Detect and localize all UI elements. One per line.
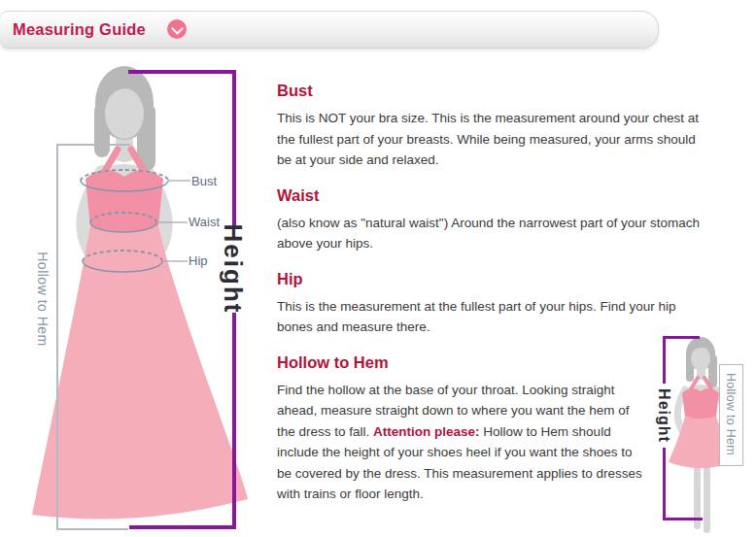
- hollow-to-hem-label: Hollow to Hem: [34, 243, 52, 355]
- section-body-waist: (also know as "natural waist") Around th…: [277, 213, 706, 254]
- height-line-vertical-upper: [232, 70, 236, 226]
- height-label: Height: [219, 222, 248, 316]
- hip-label: Hip: [189, 253, 208, 268]
- small-height-line-vertical-lower: [663, 448, 666, 520]
- section-body-hollow-to-hem: Find the hollow at the base of your thro…: [277, 380, 648, 505]
- hollow-line-vertical: [56, 144, 58, 529]
- hollow-line-bottom: [56, 528, 128, 530]
- small-height-line-top: [663, 336, 700, 339]
- measuring-guide-page: Measuring Guide: [0, 0, 756, 537]
- small-height-line-vertical-upper: [663, 336, 666, 384]
- attention-label: Attention please:: [373, 424, 480, 439]
- header-bar: Measuring Guide: [0, 11, 659, 49]
- section-body-bust: This is NOT your bra size. This is the m…: [277, 108, 706, 171]
- section-heading-hip: Hip: [277, 270, 706, 288]
- instructions-column: Bust This is NOT your bra size. This is …: [277, 82, 706, 520]
- hollow-line-top: [56, 144, 130, 146]
- small-height-line-bottom: [663, 518, 703, 520]
- section-body-hip: This is the measurement at the fullest p…: [277, 296, 706, 338]
- height-line-top: [128, 70, 236, 74]
- section-heading-waist: Waist: [277, 186, 706, 205]
- bust-label: Bust: [191, 174, 217, 188]
- small-hollow-to-hem-label: Hollow to Hem: [724, 370, 739, 459]
- section-heading-bust: Bust: [277, 82, 706, 100]
- waist-label: Waist: [189, 215, 220, 229]
- section-heading-hollow-to-hem: Hollow to Hem: [277, 353, 706, 372]
- collapse-toggle-button[interactable]: [167, 19, 187, 39]
- small-height-label: Height: [655, 382, 672, 450]
- height-line-vertical-lower: [232, 313, 236, 527]
- chevron-down-icon: [171, 22, 184, 35]
- height-line-bottom: [129, 525, 236, 529]
- page-title: Measuring Guide: [13, 20, 146, 39]
